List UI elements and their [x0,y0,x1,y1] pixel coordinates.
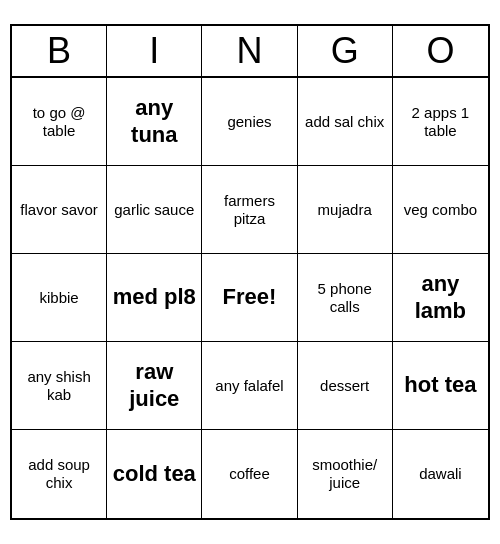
bingo-cell: any falafel [202,342,297,430]
header-letter: I [107,26,202,76]
bingo-cell: 5 phone calls [298,254,393,342]
bingo-header: BINGO [12,26,488,78]
bingo-cell: Free! [202,254,297,342]
bingo-cell: to go @ table [12,78,107,166]
bingo-cell: raw juice [107,342,202,430]
bingo-cell: cold tea [107,430,202,518]
bingo-cell: coffee [202,430,297,518]
bingo-cell: veg combo [393,166,488,254]
bingo-card: BINGO to go @ tableany tunageniesadd sal… [10,24,490,520]
bingo-cell: any lamb [393,254,488,342]
bingo-cell: genies [202,78,297,166]
header-letter: B [12,26,107,76]
bingo-grid: to go @ tableany tunageniesadd sal chix2… [12,78,488,518]
bingo-cell: dawali [393,430,488,518]
bingo-cell: any tuna [107,78,202,166]
bingo-cell: flavor savor [12,166,107,254]
bingo-cell: add sal chix [298,78,393,166]
bingo-cell: hot tea [393,342,488,430]
bingo-cell: garlic sauce [107,166,202,254]
bingo-cell: 2 apps 1 table [393,78,488,166]
bingo-cell: farmers pitza [202,166,297,254]
bingo-cell: kibbie [12,254,107,342]
bingo-cell: smoothie/ juice [298,430,393,518]
bingo-cell: add soup chix [12,430,107,518]
header-letter: N [202,26,297,76]
bingo-cell: mujadra [298,166,393,254]
header-letter: G [298,26,393,76]
header-letter: O [393,26,488,76]
bingo-cell: any shish kab [12,342,107,430]
bingo-cell: med pl8 [107,254,202,342]
bingo-cell: dessert [298,342,393,430]
